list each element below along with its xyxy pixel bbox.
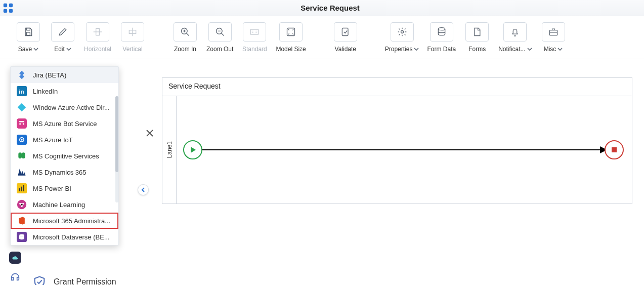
dropdown-item[interactable]: Machine Learning: [11, 196, 118, 213]
validate-button[interactable]: Validate: [332, 22, 359, 53]
bell-icon: [510, 27, 520, 37]
svg-rect-18: [287, 28, 295, 36]
panel-collapse-handle[interactable]: [138, 184, 149, 195]
misc-button[interactable]: Misc: [540, 22, 567, 53]
svg-rect-3: [9, 9, 13, 12]
zoom-in-button[interactable]: Zoom In: [172, 22, 198, 53]
lane-label: Lane1: [162, 96, 177, 203]
dropdown-item[interactable]: MS Power BI: [11, 180, 118, 196]
side-icon-1[interactable]: [9, 252, 21, 264]
chevron-down-icon: [33, 47, 38, 52]
stop-icon: [612, 147, 617, 152]
horizontal-button: Horizontal: [84, 22, 111, 53]
save-label: Save: [18, 46, 32, 53]
dropdown-item-label: Jira (BETA): [33, 71, 66, 79]
form-data-button[interactable]: Form Data: [427, 22, 456, 53]
forms-label: Forms: [468, 46, 486, 53]
save-button[interactable]: Save: [15, 22, 41, 53]
office-icon: [17, 216, 27, 226]
close-icon: [145, 128, 155, 138]
page-title: Service Request: [16, 4, 644, 12]
svg-point-41: [19, 234, 24, 236]
grant-permission-label: Grant Permission: [54, 277, 116, 285]
align-vertical-icon: [127, 27, 138, 37]
svg-line-15: [221, 33, 224, 36]
pencil-icon: [58, 27, 68, 37]
dropdown-item-label: MS Dynamics 365: [33, 169, 86, 176]
svg-rect-19: [342, 28, 348, 36]
shield-check-icon: [32, 275, 47, 285]
panel-close-button[interactable]: [145, 128, 155, 138]
apps-grid-button[interactable]: [0, 0, 16, 16]
zoom-out-button[interactable]: Zoom Out: [206, 22, 233, 53]
dropdown-item[interactable]: in LinkedIn: [11, 83, 118, 99]
svg-point-27: [23, 123, 24, 125]
end-node[interactable]: [605, 140, 624, 159]
connector-dropdown[interactable]: Jira (BETA) in LinkedIn Window Azure Act…: [10, 66, 119, 246]
zoom-in-icon: [180, 27, 190, 37]
dropdown-item-label: Microsoft Dataverse (BE...: [33, 233, 110, 241]
dropdown-item-label: MS Azure IoT: [33, 136, 73, 144]
dropdown-item[interactable]: MS Azure IoT: [11, 132, 118, 148]
scrollbar-thumb[interactable]: [115, 96, 118, 172]
model-size-button[interactable]: Model Size: [276, 22, 306, 53]
process-canvas[interactable]: Service Request Lane1: [162, 77, 632, 204]
properties-button[interactable]: Properties: [385, 22, 419, 53]
dropdown-item[interactable]: Jira (BETA): [11, 67, 118, 83]
vertical-button: Vertical: [119, 22, 146, 53]
svg-rect-22: [549, 30, 557, 35]
svg-rect-34: [21, 187, 22, 191]
dataverse-icon: [17, 232, 27, 242]
svg-point-26: [19, 123, 21, 125]
chevron-down-icon: [66, 47, 71, 52]
chevron-down-icon: [414, 47, 419, 52]
brain-icon: [17, 151, 27, 161]
horizontal-label: Horizontal: [84, 46, 111, 53]
chevron-down-icon: [557, 47, 563, 52]
dropdown-item-label: Machine Learning: [33, 201, 85, 209]
zoom-in-label: Zoom In: [174, 46, 196, 53]
dropdown-item-label: Window Azure Active Dir...: [33, 104, 110, 111]
gear-icon: [397, 27, 407, 37]
svg-rect-4: [27, 28, 30, 30]
canvas-title: Service Request: [162, 78, 632, 96]
top-bar: Service Request: [0, 0, 644, 16]
svg-rect-1: [9, 3, 13, 7]
jira-icon: [17, 70, 27, 80]
dropdown-item[interactable]: MS Cognitive Services: [11, 148, 118, 164]
svg-text:in: in: [19, 88, 24, 95]
dropdown-item-label: LinkedIn: [33, 88, 58, 95]
main-area: Grant Permission Jira (BETA) in LinkedIn…: [0, 59, 644, 285]
dropdown-item-label: MS Cognitive Services: [33, 152, 99, 160]
form-data-label: Form Data: [427, 46, 456, 53]
edit-label: Edit: [54, 46, 65, 53]
cloud-icon: [12, 254, 19, 261]
edit-button[interactable]: Edit: [50, 22, 76, 53]
notifications-button[interactable]: Notificat...: [498, 22, 532, 53]
svg-point-21: [438, 28, 445, 30]
side-icons-strip: [9, 252, 21, 283]
dropdown-item[interactable]: Window Azure Active Dir...: [11, 99, 118, 115]
powerbi-icon: [17, 183, 27, 193]
side-icon-headset[interactable]: [9, 271, 21, 283]
dropdown-item[interactable]: Microsoft Dataverse (BE...: [11, 229, 118, 245]
start-node[interactable]: [183, 140, 202, 159]
svg-rect-25: [17, 118, 27, 129]
standard-button: Standard: [241, 22, 268, 53]
chevron-down-icon: [527, 47, 532, 52]
misc-label: Misc: [544, 46, 556, 53]
svg-rect-5: [27, 32, 30, 35]
svg-line-11: [187, 33, 189, 36]
svg-rect-35: [23, 185, 25, 191]
validate-label: Validate: [335, 46, 356, 53]
grant-permission-item[interactable]: Grant Permission: [32, 275, 116, 285]
dropdown-item[interactable]: MS Azure Bot Service: [11, 115, 118, 132]
dropdown-item-label: MS Power BI: [33, 185, 71, 192]
svg-rect-0: [4, 3, 7, 7]
iot-icon: [17, 135, 27, 145]
dropdown-item[interactable]: MS Dynamics 365: [11, 164, 118, 180]
dropdown-item[interactable]: Microsoft 365 Administra...: [11, 213, 118, 229]
sequence-flow[interactable]: [202, 149, 605, 150]
vertical-label: Vertical: [122, 46, 142, 53]
forms-button[interactable]: Forms: [464, 22, 490, 53]
